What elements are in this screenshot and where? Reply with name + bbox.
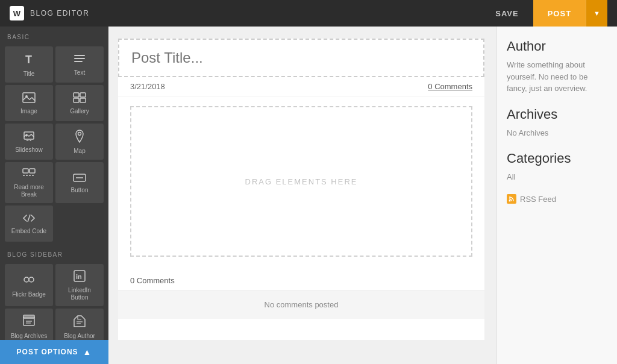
widget-blog-author-label: Blog Author: [64, 333, 95, 340]
rss-icon: [507, 194, 516, 204]
categories-section: Categories All: [507, 151, 607, 182]
widget-blog-archives-label: Blog Archives: [11, 333, 48, 340]
basic-widgets-grid: T Title Text: [0, 44, 108, 244]
map-icon: [74, 130, 85, 145]
svg-point-22: [24, 277, 29, 282]
svg-rect-3: [74, 61, 83, 62]
svg-rect-9: [80, 98, 86, 102]
author-title: Author: [507, 39, 607, 54]
svg-rect-2: [74, 58, 85, 59]
svg-rect-16: [23, 169, 28, 173]
categories-all-link[interactable]: All: [507, 172, 515, 181]
author-text: Write something about yourself. No need …: [507, 59, 607, 95]
widget-map-label: Map: [74, 148, 85, 155]
svg-rect-17: [30, 169, 35, 173]
svg-point-35: [509, 200, 511, 202]
blog-sidebar-section-label: BLOG SIDEBAR: [0, 244, 108, 262]
widget-flickr-label: Flickr Badge: [12, 291, 46, 298]
gallery-icon: [73, 92, 86, 105]
basic-section-label: BASIC: [0, 27, 108, 44]
widget-blog-author[interactable]: Blog Author: [55, 309, 104, 345]
svg-rect-1: [74, 55, 85, 56]
svg-text:T: T: [25, 54, 32, 66]
comments-section: 0 Comments: [118, 266, 484, 285]
blog-author-icon: [73, 315, 86, 330]
widget-title[interactable]: T Title: [5, 46, 53, 83]
svg-rect-7: [80, 93, 86, 97]
svg-point-14: [30, 140, 31, 141]
button-icon: [73, 173, 86, 184]
rss-feed-row: RSS Feed: [507, 194, 607, 204]
widget-gallery[interactable]: Gallery: [55, 85, 104, 121]
widget-readmore[interactable]: Read more Break: [5, 162, 53, 203]
post-date: 3/21/2018: [130, 82, 165, 91]
left-sidebar: BASIC T Title: [0, 27, 108, 364]
drop-zone: DRAG ELEMENTS HERE: [130, 106, 472, 257]
topbar-actions: SAVE POST ▼: [481, 0, 607, 27]
post-options-bar[interactable]: POST OPTIONS ▲: [0, 340, 108, 364]
svg-text:in: in: [76, 273, 82, 280]
svg-line-21: [28, 215, 30, 222]
embed-icon: [22, 213, 36, 225]
svg-point-15: [78, 133, 81, 136]
comments-count: 0 Comments: [130, 276, 472, 285]
readmore-icon: [22, 168, 36, 181]
blog-post-area: 3/21/2018 0 Comments DRAG ELEMENTS HERE …: [118, 39, 484, 340]
author-section: Author Write something about yourself. N…: [507, 39, 607, 95]
center-content: 3/21/2018 0 Comments DRAG ELEMENTS HERE …: [108, 27, 496, 364]
svg-point-13: [28, 140, 30, 141]
widget-title-label: Title: [23, 71, 35, 78]
widget-image-label: Image: [20, 108, 37, 115]
svg-point-12: [27, 140, 28, 141]
widget-text[interactable]: Text: [55, 46, 104, 83]
slideshow-icon: [22, 131, 36, 143]
no-archives-text: No Archives: [507, 127, 607, 139]
archives-title: Archives: [507, 107, 607, 122]
post-title-input[interactable]: [118, 39, 484, 77]
widget-button[interactable]: Button: [55, 162, 104, 203]
svg-rect-6: [74, 93, 79, 97]
comments-link[interactable]: 0 Comments: [428, 82, 472, 91]
widget-map[interactable]: Map: [55, 124, 104, 160]
wix-logo: W: [10, 6, 24, 20]
widget-embed[interactable]: Embed Code: [5, 206, 53, 242]
widget-linkedin-label: LinkedIn Button: [59, 287, 100, 301]
image-icon: [22, 92, 36, 105]
widget-slideshow-label: Slideshow: [15, 146, 43, 154]
svg-rect-8: [74, 98, 79, 102]
categories-title: Categories: [507, 151, 607, 166]
widget-embed-label: Embed Code: [11, 228, 46, 235]
widget-readmore-label: Read more Break: [8, 184, 49, 198]
app-title: BLOG EDITOR: [30, 9, 89, 17]
post-dropdown-button[interactable]: ▼: [586, 0, 607, 27]
widget-linkedin[interactable]: in LinkedIn Button: [55, 264, 104, 306]
topbar: W BLOG EDITOR SAVE POST ▼: [0, 0, 617, 27]
post-button[interactable]: POST: [533, 0, 586, 27]
widget-flickr[interactable]: Flickr Badge: [5, 264, 53, 306]
svg-point-23: [29, 277, 34, 282]
main-area: BASIC T Title: [0, 27, 617, 364]
text-icon: [73, 54, 86, 66]
title-icon: T: [22, 52, 36, 67]
post-options-label: POST OPTIONS: [17, 348, 78, 356]
flickr-icon: [22, 273, 36, 288]
widget-text-label: Text: [74, 69, 85, 77]
topbar-left: W BLOG EDITOR: [10, 6, 89, 20]
save-button[interactable]: SAVE: [481, 0, 533, 27]
widget-slideshow[interactable]: Slideshow: [5, 124, 53, 160]
post-options-chevron: ▲: [83, 347, 92, 357]
drag-label: DRAG ELEMENTS HERE: [245, 177, 358, 186]
right-sidebar: Author Write something about yourself. N…: [496, 27, 617, 364]
linkedin-icon: in: [74, 270, 86, 284]
archives-section: Archives No Archives: [507, 107, 607, 139]
svg-rect-4: [23, 93, 35, 102]
widget-gallery-label: Gallery: [70, 108, 89, 115]
post-meta: 3/21/2018 0 Comments: [118, 77, 484, 96]
widget-image[interactable]: Image: [5, 85, 53, 121]
rss-feed-link[interactable]: RSS Feed: [520, 195, 556, 204]
no-comments-text: No comments posted: [265, 300, 339, 309]
no-comments-bar: No comments posted: [118, 290, 484, 319]
widget-button-label: Button: [71, 187, 89, 194]
widget-blog-archives[interactable]: Blog Archives: [5, 309, 53, 345]
blog-archives-icon: [22, 315, 36, 330]
